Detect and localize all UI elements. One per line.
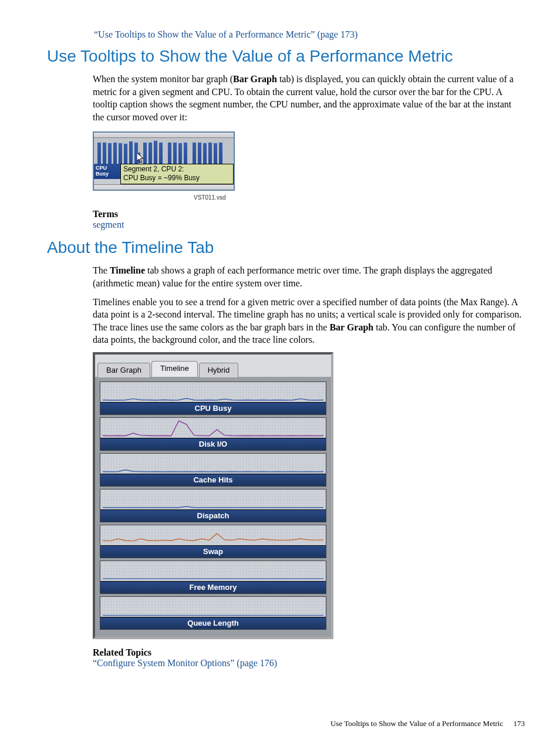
related-label: Related Topics	[93, 647, 525, 658]
timeline-label: CPU Busy	[100, 402, 326, 414]
timeline-chart	[100, 525, 326, 545]
tooltip-line: CPU Busy = ~99% Busy	[123, 174, 231, 183]
text: The	[93, 265, 110, 275]
tooltip-caption: Segment 2, CPU 2: CPU Busy = ~99% Busy	[120, 164, 234, 184]
heading-timeline: About the Timeline Tab	[47, 238, 525, 257]
bar	[208, 142, 212, 164]
timeline-row: CPU Busy	[100, 382, 326, 415]
timeline-label: Swap	[100, 545, 326, 558]
footer-page-number: 173	[514, 719, 525, 728]
text: tab shows a graph of each performance me…	[93, 265, 492, 288]
bar	[149, 142, 152, 164]
related-link-configure-monitor[interactable]: “Configure System Monitor Options” (page…	[93, 658, 525, 669]
metric-label-cpu-busy: CPU Busy	[94, 164, 120, 179]
terms-block: Terms segment	[93, 209, 525, 230]
term-link-segment[interactable]: segment	[93, 220, 525, 230]
text-bold: Bar Graph	[329, 322, 373, 332]
page-footer: Use Tooltips to Show the Value of a Perf…	[330, 719, 525, 728]
bar	[214, 143, 217, 164]
bar	[129, 141, 133, 164]
timeline-row: Disk I/O	[100, 417, 326, 451]
figure-tooltip-bargraph: CPU Busy Segment 2, CPU 2: CPU Busy = ~9…	[93, 131, 525, 191]
text-bold: Timeline	[110, 265, 145, 275]
bar	[103, 142, 106, 164]
terms-label: Terms	[93, 209, 525, 220]
bar	[193, 142, 196, 164]
heading-tooltips: Use Tooltips to Show the Value of a Perf…	[47, 47, 525, 66]
svg-marker-0	[137, 153, 143, 163]
bar	[113, 142, 117, 164]
tab-timeline[interactable]: Timeline	[151, 361, 198, 377]
bar	[124, 143, 127, 164]
bar	[119, 143, 122, 164]
figure-filename: VST011.vsd	[194, 194, 525, 201]
timeline-label: Disk I/O	[100, 438, 326, 450]
tab-bar-graph[interactable]: Bar Graph	[97, 363, 150, 377]
timeline-label: Queue Length	[100, 617, 326, 629]
bar	[154, 140, 157, 164]
tab-bar: Bar Graph Timeline Hybrid	[95, 355, 331, 377]
cursor-icon	[137, 152, 140, 163]
timeline-row: Swap	[100, 525, 326, 558]
paragraph-timeline-2: Timelines enable you to see a trend for …	[93, 296, 525, 346]
footer-title: Use Tooltips to Show the Value of a Perf…	[330, 719, 503, 728]
timeline-chart	[100, 454, 326, 474]
bar	[184, 142, 187, 164]
timeline-body: CPU BusyDisk I/OCache HitsDispatchSwapFr…	[95, 377, 331, 637]
bar-graph-area	[94, 138, 234, 164]
paragraph-tooltips: When the system monitor bar graph (Bar G…	[93, 73, 525, 123]
panel-bottom-border	[94, 184, 234, 190]
bar	[178, 143, 182, 164]
bar	[97, 142, 101, 164]
toc-link[interactable]: “Use Tooltips to Show the Value of a Per…	[94, 29, 525, 40]
bar	[203, 143, 207, 164]
timeline-label: Dispatch	[100, 509, 326, 522]
bar	[168, 142, 171, 164]
timeline-chart	[100, 597, 326, 617]
timeline-label: Free Memory	[100, 581, 326, 593]
timeline-chart	[100, 382, 326, 402]
timeline-row: Queue Length	[100, 596, 326, 630]
timeline-row: Dispatch	[100, 489, 326, 522]
figure-timeline-panel: Bar Graph Timeline Hybrid CPU BusyDisk I…	[93, 352, 333, 639]
related-topics: Related Topics “Configure System Monitor…	[93, 647, 525, 669]
bar	[108, 143, 112, 164]
timeline-chart	[100, 561, 326, 581]
timeline-row: Free Memory	[100, 561, 326, 594]
text-bold: Bar Graph	[233, 74, 277, 84]
text: When the system monitor bar graph (	[93, 74, 233, 84]
bar	[198, 142, 201, 164]
tab-hybrid[interactable]: Hybrid	[199, 363, 239, 377]
timeline-label: Cache Hits	[100, 474, 326, 486]
timeline-row: Cache Hits	[100, 453, 326, 487]
tooltip-line: Segment 2, CPU 2:	[123, 165, 231, 174]
bar	[173, 142, 177, 164]
timeline-chart	[100, 418, 326, 438]
paragraph-timeline-1: The Timeline tab shows a graph of each p…	[93, 264, 525, 289]
bar	[159, 142, 163, 164]
bar	[219, 142, 222, 164]
timeline-chart	[100, 490, 326, 509]
panel-top-border	[94, 133, 234, 138]
